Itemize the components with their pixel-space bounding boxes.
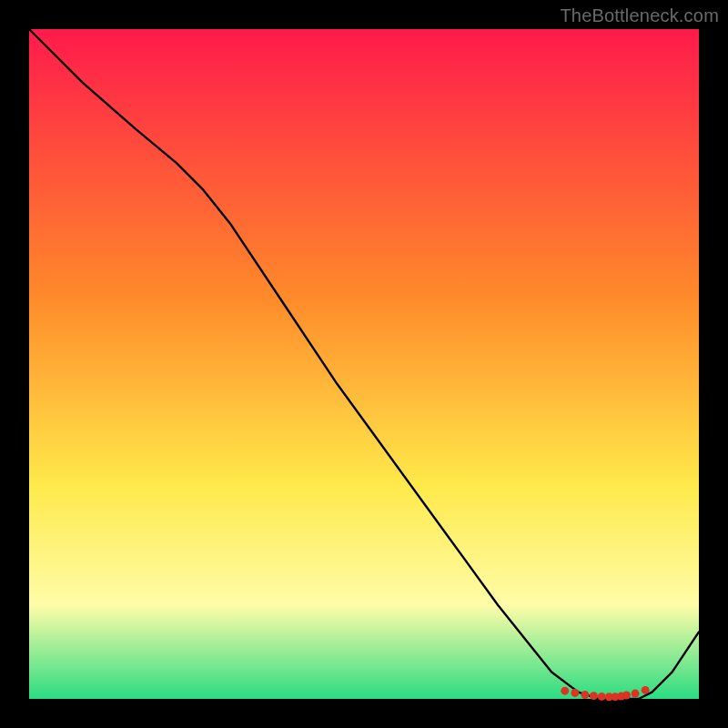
valley-marker: [590, 692, 598, 700]
valley-marker: [642, 686, 650, 694]
valley-marker: [598, 693, 606, 701]
valley-marker: [581, 691, 589, 699]
data-curve: [29, 29, 699, 699]
valley-marker: [561, 687, 569, 695]
valley-marker: [622, 691, 631, 699]
chart-frame: TheBottleneck.com: [0, 0, 728, 728]
chart-svg: [29, 29, 699, 699]
attribution-watermark: TheBottleneck.com: [560, 5, 719, 26]
valley-marker: [632, 690, 640, 698]
valley-marker: [571, 689, 579, 697]
